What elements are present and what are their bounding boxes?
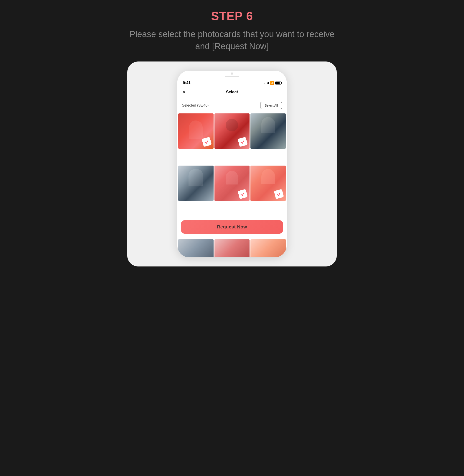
photo-cell-7[interactable] xyxy=(178,239,213,257)
photo-cell-9[interactable] xyxy=(251,239,286,257)
select-all-button[interactable]: Select All xyxy=(260,102,282,109)
signal-icon xyxy=(265,82,269,84)
photo-cell-2[interactable] xyxy=(214,113,250,149)
photo-cell-5[interactable] xyxy=(214,165,250,201)
signal-bar-1 xyxy=(265,83,265,84)
selection-bar: Selected (38/40) Select All xyxy=(177,98,287,113)
battery-fill xyxy=(276,82,280,84)
speaker-bar xyxy=(225,76,239,77)
photo-cell-4[interactable] xyxy=(178,165,213,201)
app-header: × Select xyxy=(177,86,287,98)
speaker-dot xyxy=(231,72,233,75)
subtitle: Please select the photocards that you wa… xyxy=(130,28,334,52)
photo-cell-1[interactable] xyxy=(178,113,213,149)
photo-grid xyxy=(177,113,287,217)
phone-wrapper: 9:41 📶 xyxy=(127,61,337,266)
wifi-icon: 📶 xyxy=(270,81,274,85)
phone-notch xyxy=(177,71,287,76)
photo-cell-8[interactable] xyxy=(214,239,250,257)
request-now-button[interactable]: Request Now xyxy=(181,220,283,234)
status-icons: 📶 xyxy=(265,81,281,85)
status-time: 9:41 xyxy=(183,81,191,85)
status-bar: 9:41 📶 xyxy=(177,78,287,86)
step-title: STEP 6 xyxy=(211,9,253,23)
close-button[interactable]: × xyxy=(183,89,185,95)
photo-cell-3[interactable] xyxy=(251,113,286,149)
battery-icon xyxy=(275,82,281,85)
page-container: STEP 6 Please select the photocards that… xyxy=(116,9,348,266)
signal-bar-4 xyxy=(268,82,269,84)
signal-bar-2 xyxy=(266,83,266,84)
phone-frame: 9:41 📶 xyxy=(177,71,287,257)
photo-cell-6[interactable] xyxy=(251,165,286,201)
photo-bg-4 xyxy=(178,165,213,201)
selected-count-label: Selected (38/40) xyxy=(182,103,209,107)
photo-bg-3 xyxy=(251,113,286,149)
signal-bar-3 xyxy=(267,82,268,84)
request-btn-wrapper: Request Now xyxy=(177,217,287,238)
screen-title: Select xyxy=(226,90,238,95)
photo-grid-bottom xyxy=(177,238,287,257)
